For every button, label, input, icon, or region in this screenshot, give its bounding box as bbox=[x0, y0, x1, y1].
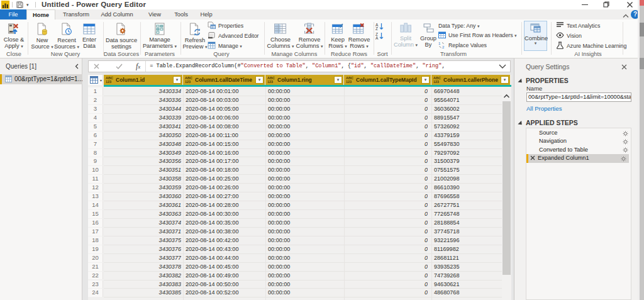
svg-text:1: 1 bbox=[438, 42, 441, 45]
svg-text:Z: Z bbox=[375, 26, 378, 30]
svg-text:2: 2 bbox=[442, 45, 445, 49]
svg-text:A: A bbox=[375, 36, 379, 40]
